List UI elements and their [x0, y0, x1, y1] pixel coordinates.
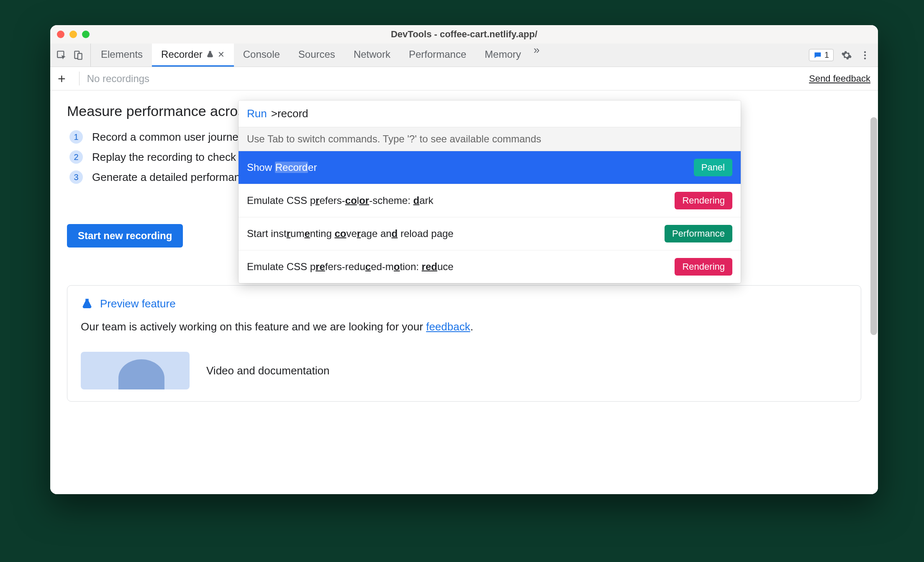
- tab-label: Console: [243, 49, 280, 60]
- panel-tabs: Elements Recorder ✕ Console Sources Netw…: [92, 44, 543, 67]
- close-window-button[interactable]: [57, 31, 64, 38]
- issues-count: 1: [824, 50, 829, 60]
- tab-memory[interactable]: Memory: [475, 44, 530, 67]
- preview-media-row: Video and documentation: [81, 352, 847, 389]
- tab-label: Recorder: [161, 49, 203, 60]
- preview-title: Preview feature: [100, 297, 176, 310]
- step-number: 3: [69, 170, 83, 184]
- traffic-lights: [57, 31, 90, 38]
- tab-performance[interactable]: Performance: [400, 44, 475, 67]
- command-label: Emulate CSS prefers-color-scheme: dark: [247, 195, 434, 206]
- tab-network[interactable]: Network: [344, 44, 400, 67]
- media-title: Video and documentation: [206, 364, 329, 377]
- flask-icon: [81, 298, 93, 310]
- separator: [79, 72, 80, 85]
- command-label: Show Recorder: [247, 162, 317, 173]
- scrollbar-thumb[interactable]: [870, 117, 877, 335]
- device-toolbar-icon[interactable]: [73, 50, 84, 61]
- issues-badge[interactable]: 1: [809, 49, 834, 61]
- start-recording-button[interactable]: Start new recording: [67, 224, 183, 247]
- command-row-instrument-coverage[interactable]: Start instrumenting coverage and reload …: [239, 217, 741, 250]
- command-badge: Rendering: [675, 258, 732, 276]
- tab-label: Sources: [298, 49, 335, 60]
- close-tab-icon[interactable]: ✕: [218, 49, 225, 59]
- video-thumbnail[interactable]: [81, 352, 190, 389]
- step-text: Record a common user journey: [92, 131, 244, 144]
- command-query: >record: [271, 107, 308, 120]
- svg-point-4: [864, 54, 866, 56]
- preview-feature-card: Preview feature Our team is actively wor…: [67, 285, 861, 402]
- command-badge: Performance: [665, 225, 732, 242]
- message-icon: [814, 51, 822, 59]
- tab-label: Memory: [485, 49, 521, 60]
- svg-point-5: [864, 57, 866, 59]
- command-palette-input[interactable]: Run >record: [239, 101, 741, 127]
- flask-icon: [206, 50, 214, 59]
- tab-sources[interactable]: Sources: [289, 44, 344, 67]
- tab-label: Network: [354, 49, 390, 60]
- tab-label: Elements: [101, 49, 143, 60]
- new-recording-icon[interactable]: +: [58, 72, 72, 85]
- command-palette: Run >record Use Tab to switch commands. …: [239, 101, 741, 283]
- svg-point-3: [864, 51, 866, 53]
- step-number: 1: [69, 130, 83, 144]
- tab-console[interactable]: Console: [234, 44, 289, 67]
- command-row-emulate-reduced-motion[interactable]: Emulate CSS prefers-reduced-motion: redu…: [239, 250, 741, 283]
- window-title: DevTools - coffee-cart.netlify.app/: [50, 29, 878, 40]
- tab-elements[interactable]: Elements: [92, 44, 152, 67]
- no-recordings-label: No recordings: [87, 73, 149, 85]
- command-label: Emulate CSS prefers-reduced-motion: redu…: [247, 261, 454, 273]
- feedback-link[interactable]: feedback: [426, 320, 470, 333]
- zoom-window-button[interactable]: [82, 31, 90, 38]
- tab-label: Performance: [409, 49, 466, 60]
- inspect-element-icon[interactable]: [56, 50, 67, 61]
- panel-tabstrip: Elements Recorder ✕ Console Sources Netw…: [50, 44, 878, 67]
- command-label: Start instrumenting coverage and reload …: [247, 228, 454, 240]
- inspect-mode-group: [53, 44, 91, 67]
- command-badge: Panel: [694, 159, 732, 176]
- kebab-menu-icon[interactable]: [860, 50, 870, 61]
- svg-rect-2: [78, 53, 82, 59]
- send-feedback-link[interactable]: Send feedback: [809, 73, 870, 84]
- more-tabs-icon[interactable]: »: [530, 44, 543, 67]
- settings-gear-icon[interactable]: [841, 50, 852, 61]
- command-badge: Rendering: [675, 192, 732, 209]
- command-palette-hint: Use Tab to switch commands. Type '?' to …: [239, 127, 741, 151]
- titlebar: DevTools - coffee-cart.netlify.app/: [50, 25, 878, 44]
- minimize-window-button[interactable]: [69, 31, 77, 38]
- preview-body: Our team is actively working on this fea…: [81, 319, 847, 335]
- command-row-emulate-dark[interactable]: Emulate CSS prefers-color-scheme: dark R…: [239, 184, 741, 217]
- command-row-show-recorder[interactable]: Show Recorder Panel: [239, 151, 741, 184]
- preview-card-header: Preview feature: [81, 297, 847, 310]
- devtools-window: DevTools - coffee-cart.netlify.app/ Elem…: [50, 25, 878, 494]
- tab-recorder[interactable]: Recorder ✕: [152, 44, 234, 67]
- step-number: 2: [69, 150, 83, 164]
- recorder-toolbar: + No recordings Send feedback: [50, 67, 878, 90]
- command-prefix: Run: [247, 107, 267, 120]
